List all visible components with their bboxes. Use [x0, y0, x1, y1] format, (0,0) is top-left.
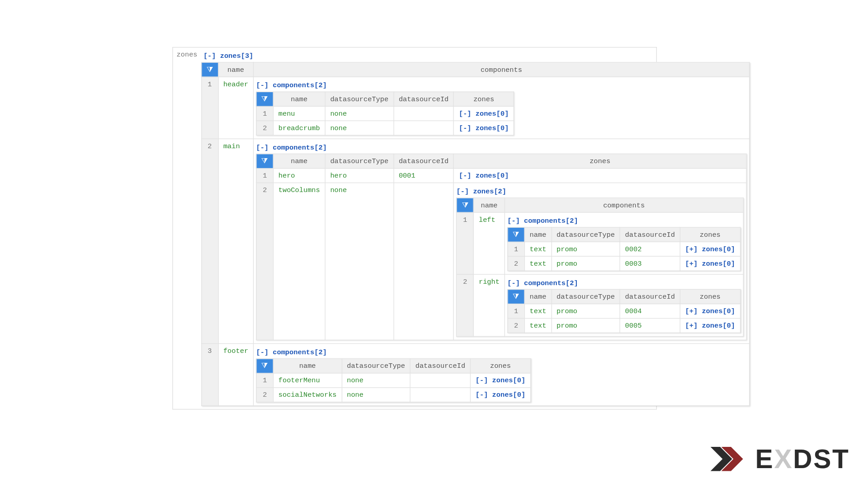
row-index: 2: [508, 318, 524, 333]
filter-button[interactable]: ⧩: [256, 154, 273, 169]
components-toggle[interactable]: [-] components[2]: [507, 215, 741, 227]
col-name: name: [524, 290, 551, 304]
row-index: 2: [256, 121, 273, 135]
table-row: 2 text promo 0003 [+] zones[0]: [508, 256, 740, 271]
row-index: 2: [508, 256, 524, 271]
zones-toggle[interactable]: [-] zones[2]: [457, 185, 744, 197]
table-row: 1 menu none [-] zones[0]: [256, 106, 514, 121]
component-dstype: promo: [552, 318, 620, 333]
component-dsid: [394, 121, 454, 135]
table-row: 1 text promo 0002 [+] zones[0]: [508, 242, 740, 256]
row-index: 2: [256, 183, 273, 340]
zones-toggle[interactable]: [-] zones[0]: [459, 110, 509, 117]
col-name: name: [218, 62, 254, 77]
col-dstype: datasourceType: [552, 290, 620, 304]
filter-icon: ⧩: [261, 157, 268, 165]
col-zones: zones: [454, 154, 746, 169]
filter-icon: ⧩: [513, 293, 519, 300]
zones-toggle[interactable]: [-] zones[0]: [459, 172, 509, 179]
row-index: 3: [201, 343, 218, 405]
component-dsid: 0001: [394, 169, 454, 183]
col-zones: zones: [454, 92, 514, 106]
zones-toggle[interactable]: [-] zones[0]: [476, 391, 525, 399]
table-row: 2 socialNetworks none [-] zones[0]: [256, 388, 530, 402]
col-dsid: datasourceId: [620, 290, 680, 304]
table-row: 1 footerMenu none [-] zones[0]: [256, 373, 530, 388]
component-dsid: 0005: [620, 318, 680, 333]
filter-button[interactable]: ⧩: [508, 227, 524, 242]
col-dsid: datasourceId: [410, 359, 470, 373]
components-toggle[interactable]: [-] components[2]: [256, 346, 746, 358]
components-table: ⧩ name datasourceType datasourceId zones…: [256, 92, 514, 136]
root-toggle[interactable]: [-] zones[3]: [201, 49, 750, 62]
col-zones: zones: [680, 227, 740, 242]
json-tree-panel: zones [-] zones[3] ⧩ name components 1 h…: [172, 47, 657, 409]
component-dstype: none: [342, 388, 410, 402]
table-row: 1 header [-] components[2] ⧩ name dataso…: [201, 77, 749, 139]
row-index: 1: [201, 77, 218, 139]
col-dstype: datasourceType: [325, 92, 393, 106]
filter-icon: ⧩: [207, 66, 213, 73]
components-table: ⧩ name datasourceType datasourceId zones…: [256, 154, 746, 340]
filter-icon: ⧩: [261, 95, 268, 103]
filter-button[interactable]: ⧩: [457, 198, 473, 212]
components-table: ⧩ name datasourceType datasourceId zones…: [256, 358, 531, 402]
col-dstype: datasourceType: [342, 359, 410, 373]
zone-name: main: [218, 139, 254, 343]
row-index: 2: [457, 274, 473, 336]
components-toggle[interactable]: [-] components[2]: [256, 141, 746, 154]
component-name: text: [524, 242, 551, 256]
col-components: components: [505, 198, 743, 212]
zones-toggle[interactable]: [+] zones[0]: [685, 245, 735, 253]
table-row: 1 left [-] components[2] ⧩: [457, 212, 743, 274]
filter-button[interactable]: ⧩: [201, 62, 218, 77]
component-dstype: promo: [552, 256, 620, 271]
components-table: ⧩ name datasourceType datasourceId zones: [507, 289, 741, 333]
row-index: 1: [256, 106, 273, 121]
component-dstype: promo: [552, 304, 620, 318]
component-dsid: 0003: [620, 256, 680, 271]
components-toggle[interactable]: [-] components[2]: [507, 277, 741, 289]
component-dsid: 0002: [620, 242, 680, 256]
table-row: 1 text promo 0004 [+] zones[0]: [508, 304, 740, 318]
zones-toggle[interactable]: [+] zones[0]: [685, 322, 735, 329]
filter-icon: ⧩: [261, 362, 268, 370]
component-name: hero: [273, 169, 325, 183]
zones-toggle[interactable]: [-] zones[0]: [476, 376, 525, 384]
component-name: breadcrumb: [273, 121, 325, 135]
filter-icon: ⧩: [513, 231, 519, 239]
col-name: name: [524, 227, 551, 242]
zones-toggle[interactable]: [-] zones[0]: [459, 124, 509, 132]
zone-name: header: [218, 77, 254, 139]
filter-button[interactable]: ⧩: [256, 359, 273, 373]
table-row: 3 footer [-] components[2] ⧩ name dataso…: [201, 343, 749, 405]
row-index: 1: [508, 242, 524, 256]
zone-name: right: [474, 274, 505, 336]
filter-button[interactable]: ⧩: [256, 92, 273, 106]
row-index: 2: [201, 139, 218, 343]
component-dstype: none: [325, 183, 393, 340]
row-index: 1: [256, 373, 273, 388]
table-row: 2 breadcrumb none [-] zones[0]: [256, 121, 514, 135]
component-dsid: [394, 106, 454, 121]
table-row: 2 text promo 0005 [+] zones[0]: [508, 318, 740, 333]
component-dsid: [394, 183, 454, 340]
col-dsid: datasourceId: [394, 154, 454, 169]
row-index: 1: [256, 169, 273, 183]
col-name: name: [474, 198, 505, 212]
col-dstype: datasourceType: [552, 227, 620, 242]
table-row: 1 hero hero 0001 [-] zones[0]: [256, 169, 746, 183]
zone-name: footer: [218, 343, 254, 405]
zones-toggle[interactable]: [+] zones[0]: [685, 307, 735, 315]
component-name: menu: [273, 106, 325, 121]
col-dsid: datasourceId: [394, 92, 454, 106]
inner-zones-table: ⧩ name components 1 left: [457, 197, 744, 337]
components-toggle[interactable]: [-] components[2]: [256, 79, 746, 92]
brand-logo: EXDST: [709, 441, 849, 477]
component-name: text: [524, 304, 551, 318]
zones-toggle[interactable]: [+] zones[0]: [685, 260, 735, 267]
component-dstype: none: [342, 373, 410, 388]
components-table: ⧩ name datasourceType datasourceId zones: [507, 227, 741, 271]
filter-button[interactable]: ⧩: [508, 290, 524, 304]
row-index: 2: [256, 388, 273, 402]
